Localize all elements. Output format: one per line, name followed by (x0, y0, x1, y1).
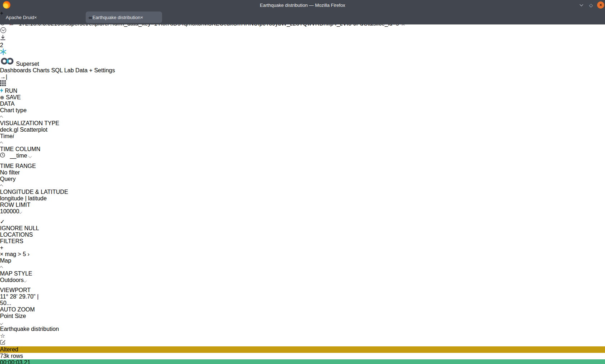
plus-circle-icon: ⊕ (0, 95, 4, 100)
new-chart-button[interactable]: + (89, 67, 93, 73)
row-limit-select[interactable]: 100000 (0, 208, 48, 218)
expand-panel-icon[interactable]: →| (0, 74, 605, 80)
viz-type-label: VISUALIZATION TYPE (0, 120, 605, 127)
dataset-collapsed-strip: →| (0, 74, 605, 88)
expand-filter-icon[interactable]: › (28, 251, 30, 257)
window-maximize-button[interactable]: ◇ (587, 1, 595, 9)
nav-dashboards[interactable]: Dashboards (0, 67, 31, 73)
tab-bar: Apache Druid × ∞ Earthquake distribution… (0, 10, 605, 24)
clock-icon (0, 153, 5, 158)
chart-title[interactable]: Earthquake distribution (0, 326, 605, 332)
filter-container: × mag > 5 › (0, 251, 605, 258)
section-point-size[interactable]: Point Size (0, 313, 605, 319)
tab-apache-druid[interactable]: Apache Druid × (3, 12, 78, 23)
tab-data[interactable]: DATA (0, 101, 605, 107)
section-time[interactable]: Timei (0, 133, 605, 140)
altered-badge[interactable]: Altered (0, 346, 605, 353)
lonlat-label: LONGITUDE & LATITUDE (0, 189, 605, 195)
nav-sql-lab[interactable]: SQL Lab (51, 67, 74, 73)
filter-item[interactable]: × mag > 5 › (0, 251, 605, 258)
superset-infinity-icon (0, 56, 14, 66)
ublock-badge: 2 (0, 42, 605, 49)
ignore-null-label-1: IGNORE NULL (0, 225, 605, 232)
section-query[interactable]: Query (0, 176, 605, 182)
map-style-label: MAP STYLE (0, 270, 605, 277)
lonlat-value[interactable]: longitude | latitude (0, 195, 605, 202)
pocket-icon[interactable] (0, 27, 605, 35)
chevron-up-icon[interactable] (0, 266, 3, 270)
chevron-down-icon (19, 210, 22, 214)
time-range-value[interactable]: No filter (0, 169, 605, 176)
time-column-label: TIME COLUMN (0, 146, 605, 153)
favorite-star-icon[interactable]: ☆ (0, 332, 605, 339)
nav-data[interactable]: Data (75, 67, 88, 73)
dataset-grid-icon[interactable] (0, 80, 605, 88)
downloads-icon[interactable] (0, 35, 605, 42)
superset-navbar: Superset Dashboards Charts SQL Lab Data … (0, 56, 605, 74)
run-button[interactable]: RUN (0, 88, 605, 94)
viewport-value[interactable]: 11° 28' 29.70" | 50... (0, 294, 48, 306)
nav-charts[interactable]: Charts (33, 67, 50, 73)
chevron-up-icon[interactable] (0, 142, 3, 145)
chevron-down-icon[interactable] (0, 322, 3, 325)
time-range-label: TIME RANGE (0, 163, 605, 169)
filter-expression: mag > 5 (5, 251, 26, 257)
ignore-null-checkbox[interactable]: ✓ (0, 218, 605, 225)
window-title: Earthquake distribution — Mozilla Firefo… (0, 3, 605, 8)
map-style-select[interactable]: Outdoors (0, 277, 48, 287)
tab-earthquake-distribution[interactable]: ∞ Earthquake distribution × (86, 12, 162, 23)
add-filter-button[interactable]: + (0, 245, 605, 251)
query-timer-badge: 00:00:03.21 (0, 359, 605, 364)
filters-label: FILTERS (0, 238, 605, 245)
auto-zoom-label: AUTO ZOOM (0, 306, 605, 313)
window-minimize-button[interactable] (578, 1, 585, 9)
viz-type-value[interactable]: deck.gl Scatterplot (0, 127, 605, 133)
brand-name: Superset (16, 61, 39, 67)
section-map[interactable]: Map (0, 258, 605, 264)
row-limit-label: ROW LIMIT (0, 202, 605, 208)
chevron-down-icon (28, 155, 32, 158)
nav-settings[interactable]: Settings (94, 67, 115, 73)
window-titlebar: Earthquake distribution — Mozilla Firefo… (0, 0, 605, 10)
extension-asterisk-icon[interactable] (0, 49, 605, 56)
ignore-null-label-2: LOCATIONS (0, 232, 605, 238)
chart-controls-panel: RUN ⊕ SAVE DATA Chart type VISUALIZATION… (0, 88, 605, 326)
remove-filter-icon[interactable]: × (0, 251, 3, 257)
viewport-label: VIEWPORT (0, 287, 605, 294)
tab-close-icon[interactable]: × (34, 15, 37, 20)
chevron-up-icon[interactable] (0, 185, 3, 188)
superset-favicon: ∞ (89, 14, 93, 21)
chevron-up-icon[interactable] (0, 116, 3, 119)
info-icon: i (13, 133, 14, 139)
edit-properties-icon[interactable] (0, 339, 605, 346)
superset-logo[interactable]: Superset (0, 56, 605, 67)
tab-title: Earthquake distribution (93, 15, 140, 20)
row-count-badge: 73k rows (0, 353, 605, 359)
section-chart-type[interactable]: Chart type (0, 107, 605, 114)
save-button[interactable]: ⊕ SAVE (0, 94, 605, 101)
lightning-icon (0, 88, 3, 93)
tab-title: Apache Druid (6, 15, 34, 20)
tab-close-icon[interactable]: × (140, 15, 143, 20)
chart-panel: Earthquake distribution ☆ Altered 73k ro… (0, 326, 605, 364)
window-close-button[interactable]: × (597, 1, 604, 9)
time-column-select[interactable]: __time (0, 153, 103, 163)
